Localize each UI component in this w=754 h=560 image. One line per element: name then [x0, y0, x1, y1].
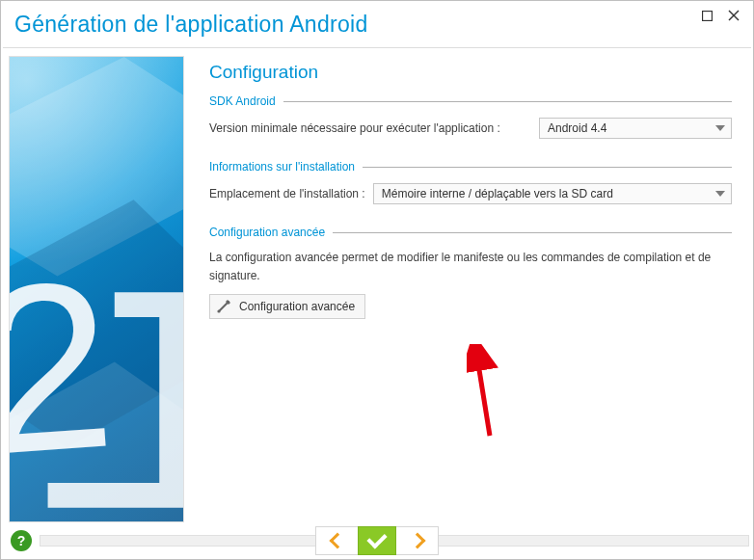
sdk-version-select[interactable]: Android 4.4 — [539, 118, 732, 139]
sdk-version-row: Version minimale nécessaire pour exécute… — [209, 118, 732, 139]
svg-line-8 — [476, 352, 490, 436]
advanced-legend: Configuration avancée — [209, 226, 333, 239]
wizard-window: Génération de l'application Android 2 Co… — [0, 0, 754, 560]
chevron-right-icon — [409, 533, 425, 549]
wizard-body: 2 Configuration SDK Android Version mini… — [1, 48, 753, 522]
close-icon — [728, 10, 740, 21]
window-title: Génération de l'application Android — [14, 12, 368, 38]
tools-icon — [216, 299, 231, 314]
chevron-left-icon — [329, 533, 345, 549]
annotation-arrow-icon — [467, 344, 501, 440]
wizard-footer: ? — [1, 522, 753, 559]
wizard-side-image: 2 — [9, 56, 184, 522]
advanced-config-button[interactable]: Configuration avancée — [209, 294, 365, 319]
install-location-value: Mémoire interne / déplaçable vers la SD … — [382, 187, 613, 200]
page-heading: Configuration — [209, 62, 732, 83]
svg-point-7 — [217, 310, 220, 313]
advanced-fieldset: Configuration avancée La configuration a… — [209, 226, 732, 319]
sdk-legend: SDK Android — [209, 94, 283, 108]
maximize-button[interactable] — [693, 5, 720, 26]
advanced-description: La configuration avancée permet de modif… — [209, 249, 732, 284]
help-icon: ? — [17, 533, 26, 548]
install-location-label: Emplacement de l'installation : — [209, 187, 365, 200]
finish-button[interactable] — [358, 526, 396, 555]
install-fieldset: Informations sur l'installation Emplacem… — [209, 160, 732, 204]
sdk-version-value: Android 4.4 — [548, 121, 606, 135]
sdk-fieldset: SDK Android Version minimale nécessaire … — [209, 94, 732, 139]
window-controls — [693, 5, 747, 26]
install-location-select[interactable]: Mémoire interne / déplaçable vers la SD … — [373, 183, 732, 204]
decorative-graphic-icon: 2 — [10, 57, 183, 522]
close-button[interactable] — [720, 5, 747, 26]
titlebar: Génération de l'application Android — [1, 1, 753, 47]
sdk-version-label: Version minimale nécessaire pour exécute… — [209, 121, 500, 135]
check-icon — [366, 528, 387, 548]
svg-text:2: 2 — [10, 229, 121, 504]
next-button[interactable] — [396, 526, 439, 555]
back-button[interactable] — [315, 526, 358, 555]
maximize-icon — [702, 11, 713, 21]
advanced-config-button-label: Configuration avancée — [239, 300, 355, 313]
install-location-row: Emplacement de l'installation : Mémoire … — [209, 183, 732, 204]
help-button[interactable]: ? — [11, 530, 32, 551]
wizard-content: Configuration SDK Android Version minima… — [184, 48, 753, 522]
nav-group — [315, 526, 439, 555]
install-legend: Informations sur l'installation — [209, 160, 363, 173]
svg-rect-0 — [702, 11, 712, 20]
